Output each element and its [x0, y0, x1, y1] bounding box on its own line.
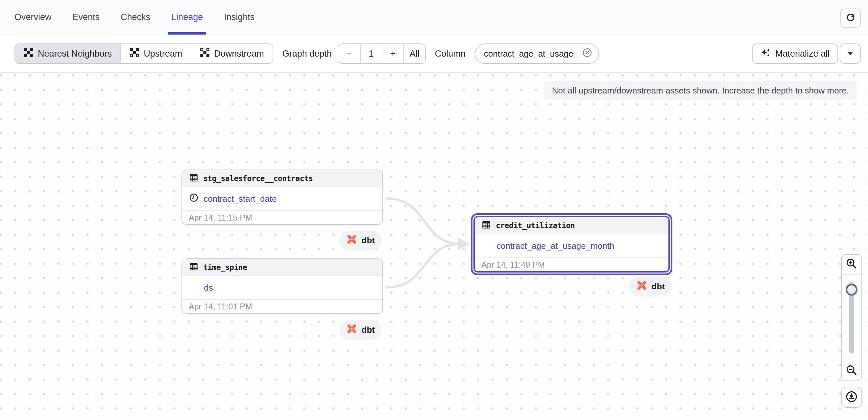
column-label: Column: [435, 49, 466, 59]
asset-node-credit-utilization[interactable]: credit_utilization contract_age_at_usage…: [471, 213, 672, 275]
zoom-out-icon: [845, 364, 858, 378]
depth-decrement-button[interactable]: −: [338, 44, 360, 63]
column-link[interactable]: contract_age_at_usage_month: [496, 241, 615, 251]
asset-lineage-page: Overview Events Checks Lineage Insights: [0, 0, 868, 420]
column-link[interactable]: ds: [204, 283, 213, 293]
dbt-group-badge[interactable]: dbt: [339, 230, 381, 251]
materialize-dropdown-button[interactable]: [840, 44, 861, 64]
lineage-canvas[interactable]: Not all upstream/downstream assets shown…: [0, 73, 868, 419]
tab-events[interactable]: Events: [73, 0, 100, 34]
tab-checks[interactable]: Checks: [121, 0, 150, 34]
downstream-icon: [200, 48, 210, 60]
view-mode-group: Nearest Neighbors Upstream: [14, 44, 273, 64]
upstream-icon: [129, 48, 140, 60]
lineage-edges: [0, 73, 868, 419]
sparkles-icon: [761, 48, 771, 60]
node-title: credit_utilization: [496, 221, 575, 230]
depth-all-button[interactable]: All: [403, 44, 425, 63]
chevron-down-icon: [848, 52, 853, 55]
view-mode-label: Downstream: [214, 49, 264, 59]
node-timestamp: Apr 14, 11:01 PM: [182, 299, 382, 313]
node-header: stg_salesforce__contracts: [182, 170, 382, 187]
node-column-row: ds: [182, 276, 382, 299]
zoom-panel: [841, 254, 862, 381]
recenter-view-button[interactable]: [841, 387, 862, 408]
asset-node-time-spine[interactable]: time_spine ds Apr 14, 11:01 PM: [182, 258, 383, 314]
column-link[interactable]: contract_start_date: [204, 194, 277, 204]
depth-value: 1: [360, 44, 382, 63]
table-icon: [482, 220, 491, 231]
view-mode-nearest-neighbors[interactable]: Nearest Neighbors: [15, 44, 120, 63]
node-timestamp: Apr 14, 11:49 PM: [475, 257, 669, 271]
node-timestamp: Apr 14, 11:15 PM: [182, 210, 382, 224]
dbt-logo-icon: [346, 323, 358, 337]
materialize-all-label: Materialize all: [775, 49, 830, 59]
dbt-badge-label: dbt: [362, 325, 375, 335]
node-column-row: contract_age_at_usage_month: [475, 234, 669, 257]
node-body: time_spine ds Apr 14, 11:01 PM: [182, 259, 382, 313]
dbt-group-badge[interactable]: dbt: [629, 277, 671, 297]
table-icon: [189, 262, 198, 273]
column-filter-chip[interactable]: contract_age_at_usage_: [475, 44, 599, 64]
top-nav: Overview Events Checks Lineage Insights: [0, 0, 868, 35]
depth-notice: Not all upstream/downstream assets shown…: [544, 81, 857, 100]
refresh-icon: [845, 12, 856, 24]
zoom-out-button[interactable]: [842, 361, 861, 381]
dbt-logo-icon: [346, 233, 358, 248]
clock-icon: [189, 193, 199, 205]
column-filter-value: contract_age_at_usage_: [484, 49, 578, 59]
tab-overview[interactable]: Overview: [14, 0, 52, 34]
materialize-all-button[interactable]: Materialize all: [752, 44, 838, 64]
lineage-toolbar: Nearest Neighbors Upstream: [0, 35, 868, 73]
dbt-group-badge[interactable]: dbt: [339, 320, 381, 340]
tab-insights[interactable]: Insights: [224, 0, 254, 34]
node-header: time_spine: [182, 259, 382, 276]
view-mode-label: Upstream: [144, 49, 182, 59]
graph-depth-label: Graph depth: [282, 49, 332, 59]
node-column-row: contract_start_date: [182, 187, 382, 210]
table-icon: [189, 173, 198, 184]
circled-down-arrow-icon: [845, 390, 858, 404]
zoom-slider: [842, 274, 861, 361]
node-body: stg_salesforce__contracts contract_start…: [182, 170, 382, 224]
node-body: credit_utilization contract_age_at_usage…: [473, 216, 670, 273]
zoom-in-icon: [845, 257, 858, 271]
view-mode-upstream[interactable]: Upstream: [120, 44, 191, 63]
dbt-badge-label: dbt: [652, 281, 665, 291]
view-mode-downstream[interactable]: Downstream: [191, 44, 273, 63]
depth-increment-button[interactable]: +: [382, 44, 403, 63]
node-title: time_spine: [203, 263, 247, 272]
node-header: credit_utilization: [475, 217, 669, 234]
circle-x-icon[interactable]: [582, 48, 592, 60]
node-title: stg_salesforce__contracts: [203, 174, 313, 183]
refresh-button[interactable]: [840, 8, 861, 28]
zoom-slider-handle[interactable]: [846, 284, 858, 296]
dbt-logo-icon: [636, 279, 648, 293]
graph-depth-stepper: − 1 + All: [338, 44, 426, 64]
asset-node-stg-salesforce-contracts[interactable]: stg_salesforce__contracts contract_start…: [182, 169, 383, 225]
nearest-neighbors-icon: [24, 48, 34, 60]
zoom-in-button[interactable]: [842, 255, 861, 274]
view-mode-label: Nearest Neighbors: [38, 49, 112, 59]
tab-lineage[interactable]: Lineage: [171, 0, 203, 34]
materialize-split-button: Materialize all: [752, 44, 861, 64]
dbt-badge-label: dbt: [362, 235, 375, 246]
